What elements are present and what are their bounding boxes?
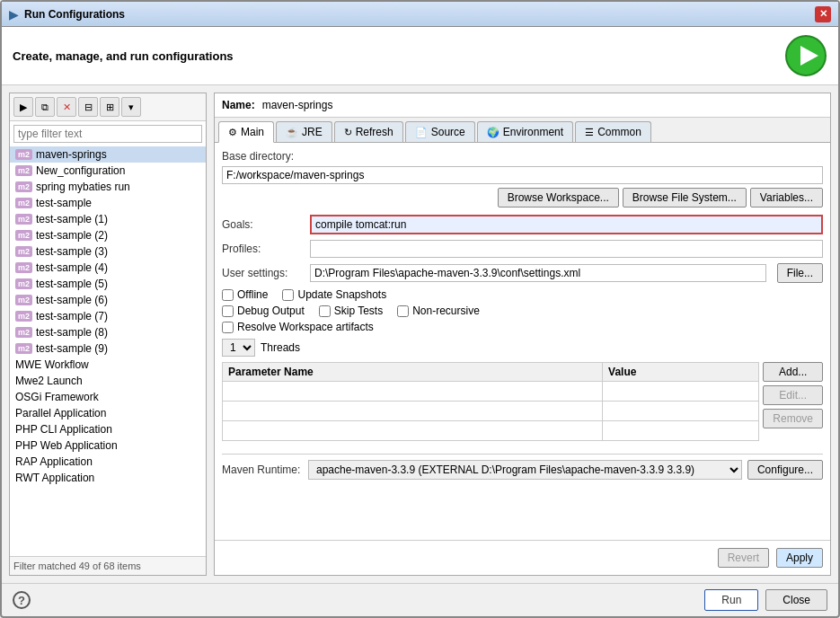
list-item[interactable]: m2 New_configuration — [10, 163, 206, 179]
list-item[interactable]: OSGi Framework — [10, 389, 206, 405]
user-settings-row: User settings: File... — [222, 263, 823, 283]
checkbox-row-3: Resolve Workspace artifacts — [222, 321, 823, 333]
common-tab-icon: ☰ — [585, 127, 594, 138]
checkbox-row-2: Debug Output Skip Tests Non-recursive — [222, 305, 823, 317]
param-name-cell — [223, 402, 603, 421]
list-item[interactable]: m2 maven-springs — [10, 146, 206, 163]
tab-refresh[interactable]: ↻ Refresh — [334, 121, 403, 142]
base-dir-label: Base directory: — [222, 150, 823, 163]
tab-environment[interactable]: 🌍 Environment — [477, 121, 573, 142]
profiles-input[interactable] — [310, 240, 823, 258]
collapse-config-button[interactable]: ⊞ — [100, 97, 119, 117]
base-dir-input[interactable] — [222, 166, 823, 184]
new-config-button[interactable]: ▶ — [13, 97, 33, 117]
close-button[interactable]: Close — [765, 589, 827, 611]
param-value-cell — [603, 382, 759, 402]
remove-param-button[interactable]: Remove — [763, 409, 823, 428]
window-title: Run Configurations — [24, 8, 125, 21]
delete-config-button[interactable]: ✕ — [57, 97, 76, 117]
tab-environment-label: Environment — [503, 126, 563, 138]
variables-button[interactable]: Variables... — [750, 188, 823, 207]
tab-jre-label: JRE — [302, 126, 323, 138]
list-item[interactable]: m2 test-sample (6) — [10, 292, 206, 308]
list-item[interactable]: m2 test-sample (4) — [10, 260, 206, 276]
skip-tests-checkbox[interactable] — [319, 305, 331, 317]
list-item[interactable]: PHP Web Application — [10, 437, 206, 454]
offline-label: Offline — [237, 288, 268, 301]
filter-input[interactable] — [13, 125, 202, 143]
filter-config-button[interactable]: ⊟ — [78, 97, 98, 117]
tab-jre[interactable]: ☕ JRE — [276, 121, 332, 142]
item-label: test-sample (5) — [36, 278, 108, 290]
item-label: test-sample (8) — [36, 326, 108, 339]
list-item[interactable]: m2 test-sample (2) — [10, 227, 206, 243]
user-settings-label: User settings: — [222, 267, 303, 279]
base-dir-section: Base directory: Browse Workspace... Brow… — [222, 150, 823, 207]
configure-runtime-button[interactable]: Configure... — [747, 460, 823, 480]
item-label: maven-springs — [36, 148, 107, 161]
item-label: New_configuration — [36, 164, 125, 177]
update-snapshots-checkbox[interactable] — [282, 289, 294, 301]
header-area: Create, manage, and run configurations — [2, 27, 838, 85]
browse-workspace-button[interactable]: Browse Workspace... — [498, 188, 619, 207]
item-label: MWE Workflow — [15, 358, 89, 371]
resolve-workspace-label: Resolve Workspace artifacts — [237, 321, 374, 333]
threads-select[interactable]: 1 2 4 — [222, 339, 255, 357]
item-label: test-sample (7) — [36, 310, 108, 322]
edit-param-button[interactable]: Edit... — [763, 385, 823, 405]
list-item[interactable]: m2 test-sample (7) — [10, 308, 206, 324]
run-button[interactable]: Run — [704, 589, 758, 611]
resolve-workspace-checkbox[interactable] — [222, 322, 234, 333]
tab-common[interactable]: ☰ Common — [575, 121, 651, 142]
list-item[interactable]: PHP CLI Application — [10, 421, 206, 437]
browse-buttons-row: Browse Workspace... Browse File System..… — [222, 188, 823, 207]
item-label: PHP CLI Application — [15, 423, 112, 436]
list-item[interactable]: m2 test-sample (1) — [10, 211, 206, 227]
list-item[interactable]: MWE Workflow — [10, 357, 206, 373]
maven-runtime-select[interactable]: apache-maven-3.3.9 (EXTERNAL D:\Program … — [308, 460, 742, 480]
tab-main[interactable]: ⚙ Main — [218, 121, 274, 143]
item-label: RWT Application — [15, 472, 94, 484]
goals-input[interactable] — [310, 215, 823, 234]
file-button[interactable]: File... — [777, 263, 823, 283]
goals-row: Goals: — [222, 215, 823, 234]
param-value-col-header: Value — [603, 363, 759, 382]
list-item[interactable]: m2 test-sample (5) — [10, 276, 206, 292]
debug-output-checkbox-item: Debug Output — [222, 305, 305, 317]
user-settings-input[interactable] — [310, 264, 766, 282]
item-label: test-sample (1) — [36, 213, 108, 225]
list-item[interactable]: m2 test-sample (8) — [10, 324, 206, 340]
apply-button[interactable]: Apply — [776, 548, 823, 568]
refresh-tab-icon: ↻ — [344, 127, 352, 138]
name-label: Name: — [222, 99, 255, 111]
offline-checkbox-item: Offline — [222, 288, 268, 301]
list-item[interactable]: m2 test-sample (3) — [10, 243, 206, 260]
list-item[interactable]: m2 test-sample (9) — [10, 340, 206, 357]
item-label: test-sample (9) — [36, 342, 108, 355]
browse-filesystem-button[interactable]: Browse File System... — [623, 188, 747, 207]
item-label: RAP Application — [15, 455, 93, 468]
params-table: Parameter Name Value — [222, 362, 759, 441]
offline-checkbox[interactable] — [222, 289, 234, 301]
help-button[interactable]: ? — [13, 591, 31, 609]
list-item[interactable]: RAP Application — [10, 454, 206, 470]
revert-button[interactable]: Revert — [718, 548, 769, 568]
name-row: Name: maven-springs — [215, 93, 830, 118]
copy-config-button[interactable]: ⧉ — [35, 97, 55, 117]
run-configurations-window: ▶ Run Configurations ✕ Create, manage, a… — [0, 0, 840, 618]
right-panel: Name: maven-springs ⚙ Main ☕ JRE ↻ Refre… — [214, 93, 831, 576]
param-name-cell — [223, 421, 603, 441]
list-item[interactable]: Mwe2 Launch — [10, 373, 206, 389]
tab-source[interactable]: 📄 Source — [405, 121, 475, 142]
list-item[interactable]: Parallel Application — [10, 405, 206, 421]
window-close-button[interactable]: ✕ — [815, 6, 831, 22]
list-item[interactable]: RWT Application — [10, 470, 206, 486]
list-item[interactable]: m2 spring mybaties run — [10, 179, 206, 195]
non-recursive-checkbox-item: Non-recursive — [397, 305, 480, 317]
list-item[interactable]: m2 test-sample — [10, 195, 206, 211]
non-recursive-checkbox[interactable] — [397, 305, 409, 317]
add-param-button[interactable]: Add... — [763, 362, 823, 382]
tab-refresh-label: Refresh — [356, 126, 393, 138]
more-config-button[interactable]: ▾ — [121, 97, 141, 117]
debug-output-checkbox[interactable] — [222, 305, 234, 317]
